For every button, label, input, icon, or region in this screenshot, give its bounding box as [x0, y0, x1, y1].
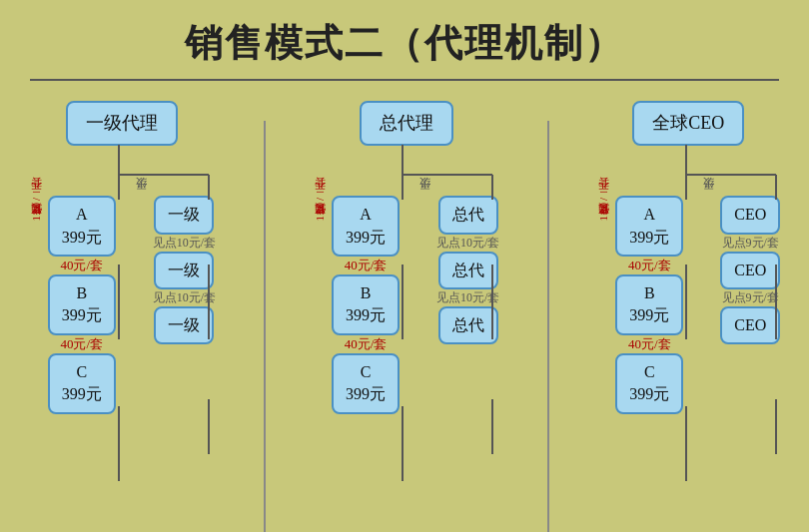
section-yiji: 一级代理 直销奖120元/套 [29, 101, 216, 414]
right-nodes-3: CEO 见点9元/套 CEO 见点9元/套 CEO [720, 196, 780, 344]
main-content: 一级代理 直销奖120元/套 [0, 81, 809, 532]
branches-1: 直销奖120元/套 A 399元 40元/套 B 399元 40元/套 C 39… [29, 196, 216, 413]
direct-sales-label-2: 直销奖150元/套 [313, 196, 328, 225]
direct-sales-label-1: 直销奖120元/套 [29, 196, 44, 225]
right-node-2-2: 总代 [438, 252, 498, 289]
section-ceo: 全球CEO 直销奖180元/套 A 399元 40元/套 B 399元 40元/… [596, 101, 780, 414]
right-branch-label-container-2: 平级 [417, 196, 432, 198]
right-nodes-2: 总代 见点10元/套 总代 见点10元/套 总代 [436, 196, 499, 344]
left-node-2-b: B 399元 [332, 274, 400, 335]
left-node-3-a: A 399元 [615, 196, 683, 257]
peer-label-2: 平级 [417, 196, 432, 198]
right-node-2-1: 总代 [438, 196, 498, 234]
branches-2: 直销奖150元/套 A 399元 40元/套 B 399元 40元/套 C 39… [313, 196, 499, 413]
peer-label-1: 平级 [134, 196, 149, 198]
sep-2 [547, 121, 549, 532]
left-nodes-3: A 399元 40元/套 B 399元 40元/套 C 399元 [615, 196, 683, 413]
sep-1 [264, 121, 266, 532]
right-nodes-1: 一级 见点10元/套 一级 见点10元/套 一级 [153, 196, 216, 344]
left-branch-label-container-1: 直销奖120元/套 [29, 196, 44, 225]
top-node-3: 全球CEO [632, 101, 744, 146]
right-between-1-1: 见点10元/套 [153, 235, 216, 252]
right-branch-label-container-3: 平级 [701, 196, 716, 198]
left-node-1-b: B 399元 [48, 274, 116, 335]
left-branch-2: 直销奖150元/套 A 399元 40元/套 B 399元 40元/套 C 39… [313, 196, 400, 413]
left-nodes-2: A 399元 40元/套 B 399元 40元/套 C 399元 [332, 196, 400, 413]
top-node-1: 一级代理 [66, 101, 178, 146]
left-between-3-1: 40元/套 [628, 257, 671, 274]
left-branch-label-container-2: 直销奖150元/套 [313, 196, 328, 225]
right-between-2-2: 见点10元/套 [436, 289, 499, 306]
left-node-1-c: C 399元 [48, 353, 116, 414]
direct-sales-label-3: 直销奖180元/套 [596, 196, 611, 225]
right-between-3-2: 见点9元/套 [722, 289, 779, 306]
left-between-1-1: 40元/套 [60, 257, 103, 274]
right-node-2-3: 总代 [438, 306, 498, 344]
page-title: 销售模式二（代理机制） [0, 0, 809, 79]
right-node-1-1: 一级 [154, 196, 214, 234]
peer-label-3: 平级 [701, 196, 716, 198]
left-node-3-c: C 399元 [615, 353, 683, 414]
right-node-3-1: CEO [720, 196, 780, 234]
right-branch-label-container-1: 平级 [134, 196, 149, 198]
right-between-1-2: 见点10元/套 [153, 289, 216, 306]
left-between-1-2: 40元/套 [60, 335, 103, 353]
right-node-3-3: CEO [720, 306, 780, 344]
right-node-3-2: CEO [720, 252, 780, 289]
right-branch-1: 平级 一级 见点10元/套 一级 见点10元/套 一级 [134, 196, 216, 344]
right-between-2-1: 见点10元/套 [436, 235, 499, 252]
section-zongdai: 总代理 直销奖150元/套 A 399元 40元/套 B 399元 40元/套 [313, 101, 499, 414]
left-node-1-a: A 399元 [48, 196, 116, 257]
top-node-2: 总代理 [360, 101, 453, 146]
right-branch-3: 平级 CEO 见点9元/套 CEO 见点9元/套 CEO [701, 196, 780, 344]
left-node-2-a: A 399元 [332, 196, 400, 257]
left-branch-1: 直销奖120元/套 A 399元 40元/套 B 399元 40元/套 C 39… [29, 196, 116, 413]
left-branch-3: 直销奖180元/套 A 399元 40元/套 B 399元 40元/套 C 39… [596, 196, 683, 413]
left-node-3-b: B 399元 [615, 274, 683, 335]
left-branch-label-container-3: 直销奖180元/套 [596, 196, 611, 225]
left-between-2-2: 40元/套 [345, 335, 388, 353]
left-between-2-1: 40元/套 [345, 257, 388, 274]
branches-3: 直销奖180元/套 A 399元 40元/套 B 399元 40元/套 C 39… [596, 196, 780, 413]
right-between-3-1: 见点9元/套 [722, 235, 779, 252]
right-branch-2: 平级 总代 见点10元/套 总代 见点10元/套 总代 [417, 196, 499, 344]
left-node-2-c: C 399元 [332, 353, 400, 414]
left-nodes-1: A 399元 40元/套 B 399元 40元/套 C 399元 [48, 196, 116, 413]
right-node-1-3: 一级 [154, 306, 214, 344]
left-between-3-2: 40元/套 [628, 335, 671, 353]
right-node-1-2: 一级 [154, 252, 214, 289]
